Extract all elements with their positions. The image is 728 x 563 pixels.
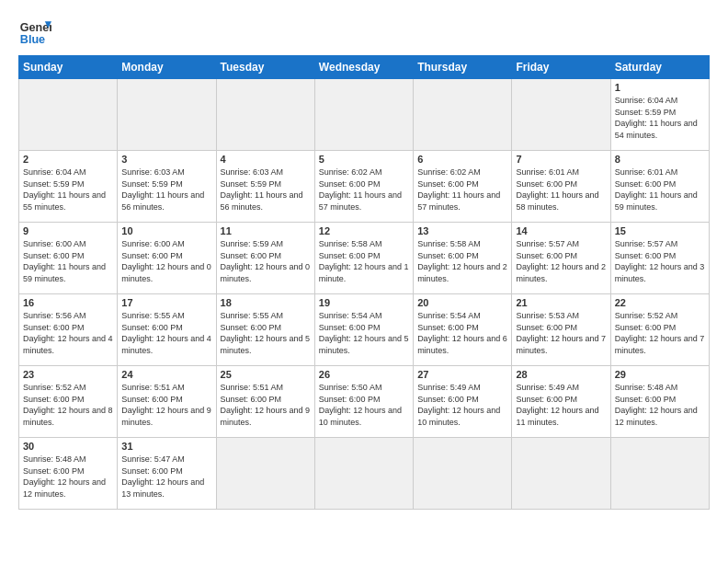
- day-info: Sunrise: 6:00 AM Sunset: 6:00 PM Dayligh…: [121, 238, 211, 284]
- calendar-table: SundayMondayTuesdayWednesdayThursdayFrid…: [18, 55, 710, 510]
- day-cell: [414, 438, 512, 510]
- day-cell: [216, 438, 314, 510]
- day-cell: 19Sunrise: 5:54 AM Sunset: 6:00 PM Dayli…: [314, 294, 413, 366]
- day-cell: 17Sunrise: 5:55 AM Sunset: 6:00 PM Dayli…: [118, 294, 216, 366]
- day-number: 22: [615, 297, 705, 308]
- day-cell: 25Sunrise: 5:51 AM Sunset: 6:00 PM Dayli…: [216, 366, 314, 438]
- day-info: Sunrise: 6:01 AM Sunset: 6:00 PM Dayligh…: [615, 167, 705, 213]
- header: General Blue: [18, 15, 710, 48]
- day-info: Sunrise: 6:03 AM Sunset: 5:59 PM Dayligh…: [221, 167, 311, 213]
- day-cell: [512, 79, 610, 151]
- day-cell: 12Sunrise: 5:58 AM Sunset: 6:00 PM Dayli…: [314, 223, 413, 294]
- day-number: 31: [121, 441, 211, 452]
- col-header-sunday: Sunday: [19, 56, 118, 79]
- day-number: 16: [23, 297, 113, 308]
- day-number: 23: [23, 369, 113, 380]
- day-info: Sunrise: 5:54 AM Sunset: 6:00 PM Dayligh…: [417, 310, 507, 356]
- day-cell: 15Sunrise: 5:57 AM Sunset: 6:00 PM Dayli…: [610, 223, 709, 294]
- day-cell: 23Sunrise: 5:52 AM Sunset: 6:00 PM Dayli…: [19, 366, 118, 438]
- day-cell: 10Sunrise: 6:00 AM Sunset: 6:00 PM Dayli…: [118, 223, 216, 294]
- day-number: 27: [417, 369, 507, 380]
- day-number: 20: [417, 297, 507, 308]
- calendar-page: General Blue SundayMondayTuesdayWednesda…: [0, 0, 728, 519]
- day-info: Sunrise: 5:56 AM Sunset: 6:00 PM Dayligh…: [23, 310, 113, 356]
- day-cell: 8Sunrise: 6:01 AM Sunset: 6:00 PM Daylig…: [610, 151, 709, 223]
- day-number: 7: [516, 154, 606, 165]
- day-info: Sunrise: 5:49 AM Sunset: 6:00 PM Dayligh…: [417, 382, 507, 428]
- day-info: Sunrise: 6:03 AM Sunset: 5:59 PM Dayligh…: [121, 167, 211, 213]
- day-number: 1: [615, 82, 705, 93]
- day-cell: 2Sunrise: 6:04 AM Sunset: 5:59 PM Daylig…: [19, 151, 118, 223]
- day-number: 4: [221, 154, 311, 165]
- day-number: 15: [615, 225, 705, 236]
- day-cell: 24Sunrise: 5:51 AM Sunset: 6:00 PM Dayli…: [118, 366, 216, 438]
- day-cell: 1Sunrise: 6:04 AM Sunset: 5:59 PM Daylig…: [610, 79, 709, 151]
- day-cell: 16Sunrise: 5:56 AM Sunset: 6:00 PM Dayli…: [19, 294, 118, 366]
- day-cell: [512, 438, 610, 510]
- day-info: Sunrise: 6:02 AM Sunset: 6:00 PM Dayligh…: [417, 167, 507, 213]
- day-info: Sunrise: 5:59 AM Sunset: 6:00 PM Dayligh…: [221, 238, 311, 284]
- day-cell: 6Sunrise: 6:02 AM Sunset: 6:00 PM Daylig…: [414, 151, 512, 223]
- day-cell: 13Sunrise: 5:58 AM Sunset: 6:00 PM Dayli…: [414, 223, 512, 294]
- col-header-wednesday: Wednesday: [314, 56, 413, 79]
- col-header-saturday: Saturday: [610, 56, 709, 79]
- day-number: 24: [121, 369, 211, 380]
- day-cell: 28Sunrise: 5:49 AM Sunset: 6:00 PM Dayli…: [512, 366, 610, 438]
- day-number: 10: [121, 225, 211, 236]
- day-cell: [19, 79, 118, 151]
- day-cell: [118, 79, 216, 151]
- col-header-thursday: Thursday: [414, 56, 512, 79]
- calendar-header-row: SundayMondayTuesdayWednesdayThursdayFrid…: [19, 56, 710, 79]
- day-number: 19: [319, 297, 409, 308]
- day-number: 30: [23, 441, 113, 452]
- day-info: Sunrise: 5:52 AM Sunset: 6:00 PM Dayligh…: [615, 310, 705, 356]
- day-number: 12: [319, 225, 409, 236]
- week-row-2: 2Sunrise: 6:04 AM Sunset: 5:59 PM Daylig…: [19, 151, 710, 223]
- day-cell: [314, 438, 413, 510]
- day-cell: 3Sunrise: 6:03 AM Sunset: 5:59 PM Daylig…: [118, 151, 216, 223]
- day-info: Sunrise: 5:49 AM Sunset: 6:00 PM Dayligh…: [516, 382, 606, 428]
- day-cell: 31Sunrise: 5:47 AM Sunset: 6:00 PM Dayli…: [118, 438, 216, 510]
- day-info: Sunrise: 5:50 AM Sunset: 6:00 PM Dayligh…: [319, 382, 409, 428]
- day-info: Sunrise: 5:55 AM Sunset: 6:00 PM Dayligh…: [121, 310, 211, 356]
- day-number: 5: [319, 154, 409, 165]
- day-info: Sunrise: 6:04 AM Sunset: 5:59 PM Dayligh…: [23, 167, 113, 213]
- day-info: Sunrise: 5:51 AM Sunset: 6:00 PM Dayligh…: [121, 382, 211, 428]
- day-info: Sunrise: 5:51 AM Sunset: 6:00 PM Dayligh…: [221, 382, 311, 428]
- day-info: Sunrise: 5:53 AM Sunset: 6:00 PM Dayligh…: [516, 310, 606, 356]
- day-info: Sunrise: 6:01 AM Sunset: 6:00 PM Dayligh…: [516, 167, 606, 213]
- day-number: 18: [221, 297, 311, 308]
- logo: General Blue: [18, 15, 51, 48]
- week-row-3: 9Sunrise: 6:00 AM Sunset: 6:00 PM Daylig…: [19, 223, 710, 294]
- day-cell: 4Sunrise: 6:03 AM Sunset: 5:59 PM Daylig…: [216, 151, 314, 223]
- day-number: 13: [417, 225, 507, 236]
- day-info: Sunrise: 5:57 AM Sunset: 6:00 PM Dayligh…: [516, 238, 606, 284]
- day-number: 11: [221, 225, 311, 236]
- day-number: 17: [121, 297, 211, 308]
- week-row-4: 16Sunrise: 5:56 AM Sunset: 6:00 PM Dayli…: [19, 294, 710, 366]
- day-info: Sunrise: 5:47 AM Sunset: 6:00 PM Dayligh…: [121, 454, 211, 500]
- day-number: 6: [417, 154, 507, 165]
- day-number: 14: [516, 225, 606, 236]
- day-number: 29: [615, 369, 705, 380]
- day-cell: 29Sunrise: 5:48 AM Sunset: 6:00 PM Dayli…: [610, 366, 709, 438]
- day-cell: 11Sunrise: 5:59 AM Sunset: 6:00 PM Dayli…: [216, 223, 314, 294]
- day-number: 26: [319, 369, 409, 380]
- day-cell: [216, 79, 314, 151]
- day-info: Sunrise: 5:54 AM Sunset: 6:00 PM Dayligh…: [319, 310, 409, 356]
- day-info: Sunrise: 5:58 AM Sunset: 6:00 PM Dayligh…: [319, 238, 409, 284]
- day-cell: 14Sunrise: 5:57 AM Sunset: 6:00 PM Dayli…: [512, 223, 610, 294]
- day-cell: 27Sunrise: 5:49 AM Sunset: 6:00 PM Dayli…: [414, 366, 512, 438]
- day-cell: [414, 79, 512, 151]
- day-number: 21: [516, 297, 606, 308]
- day-cell: 20Sunrise: 5:54 AM Sunset: 6:00 PM Dayli…: [414, 294, 512, 366]
- day-cell: 30Sunrise: 5:48 AM Sunset: 6:00 PM Dayli…: [19, 438, 118, 510]
- day-info: Sunrise: 6:02 AM Sunset: 6:00 PM Dayligh…: [319, 167, 409, 213]
- svg-text:Blue: Blue: [20, 33, 45, 46]
- day-number: 2: [23, 154, 113, 165]
- day-info: Sunrise: 6:04 AM Sunset: 5:59 PM Dayligh…: [615, 95, 705, 141]
- day-number: 28: [516, 369, 606, 380]
- day-info: Sunrise: 5:48 AM Sunset: 6:00 PM Dayligh…: [615, 382, 705, 428]
- logo-icon: General Blue: [18, 15, 51, 48]
- day-number: 3: [121, 154, 211, 165]
